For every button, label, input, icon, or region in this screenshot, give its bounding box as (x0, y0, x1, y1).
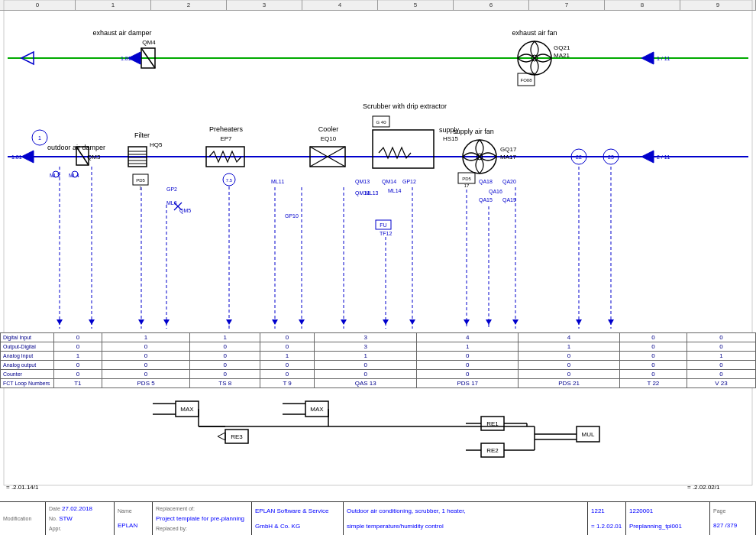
sensor22: 22 (576, 154, 582, 160)
io-row-value: 0 (619, 352, 687, 361)
io-row-value: T 22 (619, 379, 687, 388)
re3-label: RE3 (231, 433, 243, 440)
title-block: Modification Date 27.02.2018 No. STW App… (0, 501, 756, 535)
name-section: Name EPLAN (115, 502, 153, 535)
date-value: 27.02.2018 (62, 505, 92, 512)
io-row-label: Output-Digital (1, 342, 54, 352)
io-row-label: Analog Input (1, 352, 54, 361)
ep7-label: EP7 (220, 135, 232, 142)
qm13-label: QM13 (355, 179, 370, 185)
io-row-label: Digital Input (1, 333, 54, 342)
svg-marker-60 (299, 319, 305, 325)
qa16-label: QA16 (489, 189, 502, 195)
appr-label-text: Appr. (49, 526, 61, 531)
io-row-value: 0 (619, 361, 687, 370)
svg-marker-61 (341, 319, 347, 325)
io-row-value: 0 (260, 342, 315, 352)
re2-label: RE2 (486, 447, 499, 454)
io-row-value: 0 (102, 361, 190, 370)
io-row-value: 0 (260, 333, 315, 342)
io-row-value: 1 (102, 333, 190, 342)
svg-marker-59 (272, 319, 278, 325)
doc-section: 1220001 Preplanning_tpl001 (626, 502, 710, 535)
desc2: simple temperature/humidity control (347, 523, 584, 530)
ref-1-81: 1.81 (121, 56, 131, 61)
io-row-value: 0 (314, 361, 416, 370)
drawing-no: 1221 (591, 507, 622, 514)
page-ref-left: = .2.01.14/1 (6, 484, 39, 491)
io-row-value: 0 (190, 352, 260, 361)
max1-label: MAX (180, 406, 194, 413)
max2-label: MAX (310, 406, 324, 413)
ma21-label: MA21 (554, 52, 570, 59)
io-row-value: 0 (260, 361, 315, 370)
cooler-label: Cooler (318, 125, 339, 133)
svg-marker-62 (383, 319, 389, 325)
io-row-value: 0 (102, 342, 190, 352)
io-row-value: V 23 (687, 379, 755, 388)
description-section: Outdoor air conditioning, scrubber, 1 he… (344, 502, 588, 535)
pd5-17-label: PD5 (462, 177, 471, 181)
re1-label: RE1 (486, 420, 499, 427)
page-label: Page (713, 508, 752, 514)
tf12-label: TF12 (380, 231, 392, 236)
qm4-label: QM4 (142, 39, 156, 46)
io-row-value: T 9 (260, 379, 315, 388)
num17: 17 (464, 183, 470, 188)
svg-marker-65 (486, 319, 492, 325)
svg-marker-8 (641, 52, 654, 64)
qm5-label: QM5 (179, 208, 191, 214)
io-row-value: 0 (687, 342, 755, 352)
io-row-label: FCT Loop Numbers (1, 379, 54, 388)
io-row-value: 0 (190, 342, 260, 352)
ml6-label: ML6 (166, 200, 177, 206)
io-row-value: 0 (519, 370, 620, 379)
supply-text: supply (439, 126, 460, 134)
io-row-value: 4 (417, 333, 519, 342)
io-row-value: 0 (190, 370, 260, 379)
client-section: EPLAN Software & Service GmbH & Co. KG (252, 502, 344, 535)
sensor-left: 1 (38, 135, 41, 141)
page-number: 827 /379 (713, 522, 752, 529)
gp2-label: GP2 (166, 186, 177, 192)
num1-label: 1 (139, 186, 142, 190)
io-row-value: 1 (519, 342, 620, 352)
gq21-label: GQ21 (554, 44, 570, 51)
io-row-value: 1 (54, 352, 102, 361)
modification-section: Modification (0, 502, 46, 535)
svg-marker-56 (138, 319, 144, 325)
io-row-value: 0 (519, 361, 620, 370)
eq10-label: EQ10 (321, 135, 337, 142)
gp12-label: GP12 (402, 179, 416, 184)
io-row-label: Analog output (1, 361, 54, 370)
io-row-label: Counter (1, 370, 54, 379)
io-row-value: 0 (619, 370, 687, 379)
supply-air-fan-label: supply air fan (453, 128, 494, 135)
date-section: Date 27.02.2018 No. STW Appr. (46, 502, 115, 535)
io-row-value: 1 (190, 333, 260, 342)
io-row-value: 0 (54, 361, 102, 370)
svg-marker-57 (163, 319, 170, 325)
page-section: Page 827 /379 (710, 502, 756, 535)
io-row-value: 0 (417, 352, 519, 361)
io-row-value: 3 (314, 333, 416, 342)
qm14-label: QM14 (382, 179, 396, 185)
io-row-value: 0 (190, 361, 260, 370)
io-row-value: 0 (687, 333, 755, 342)
io-row-value: 3 (314, 342, 416, 352)
page-ref-right: = .2.02.02/1 (687, 484, 720, 491)
hs15-label: HS15 (443, 135, 459, 142)
io-row-value: 0 (687, 361, 755, 370)
io-row-value: 0 (102, 352, 190, 361)
io-row-value: 0 (417, 361, 519, 370)
scrubber-label: Scrubber with drip extractor (363, 102, 447, 110)
io-row-value: T1 (54, 379, 102, 388)
svg-marker-54 (57, 319, 63, 325)
svg-marker-35 (641, 151, 654, 163)
ml14-label: ML14 (388, 188, 402, 193)
fo08-label: FO08 (520, 78, 532, 83)
io-row-value: 0 (260, 370, 315, 379)
g40-label: G 40 (376, 120, 386, 125)
io-row-value: TS 8 (190, 379, 260, 388)
io-row-value: 0 (619, 333, 687, 342)
